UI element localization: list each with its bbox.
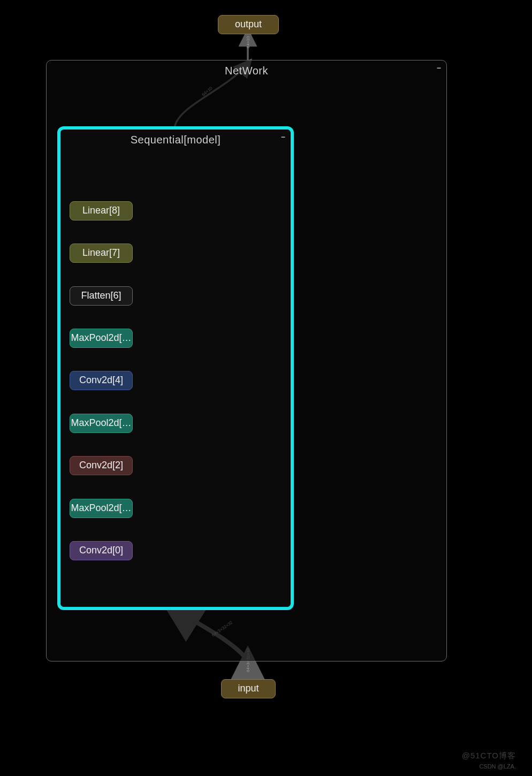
edge-label: 64×10 [246, 36, 250, 48]
node-label: Conv2d[4] [79, 375, 123, 385]
node-label: Conv2d[0] [79, 545, 123, 556]
graph-canvas: 64×10 64×10 64×10 64×64 64×1024 64×64×4×… [0, 0, 532, 776]
node-label: input [238, 683, 259, 694]
node-linear-8[interactable]: Linear[8] [70, 201, 133, 220]
node-maxpool2d-3[interactable]: MaxPool2d[… [70, 414, 133, 433]
panel-network-title: NetWork [47, 60, 446, 77]
node-linear-7[interactable]: Linear[7] [70, 244, 133, 263]
node-input[interactable]: input [221, 679, 276, 698]
node-output[interactable]: output [218, 15, 279, 34]
collapse-icon[interactable]: − [437, 64, 441, 72]
collapse-icon[interactable]: − [281, 133, 285, 141]
node-conv2d-4[interactable]: Conv2d[4] [70, 371, 133, 390]
node-maxpool2d-5[interactable]: MaxPool2d[… [70, 329, 133, 348]
node-label: Conv2d[2] [79, 460, 123, 470]
node-label: MaxPool2d[… [71, 332, 131, 343]
node-conv2d-0[interactable]: Conv2d[0] [70, 541, 133, 560]
node-label: MaxPool2d[… [71, 503, 131, 513]
panel-sequential[interactable]: Sequential[model] − [57, 126, 294, 610]
node-label: Linear[7] [82, 247, 120, 258]
node-label: MaxPool2d[… [71, 417, 131, 428]
node-maxpool2d-1[interactable]: MaxPool2d[… [70, 499, 133, 518]
watermark-csdn: CSDN @LZA. [479, 763, 516, 770]
node-flatten-6[interactable]: Flatten[6] [70, 286, 133, 306]
node-conv2d-2[interactable]: Conv2d[2] [70, 456, 133, 475]
node-label: Flatten[6] [81, 290, 121, 301]
watermark-51cto: @51CTO博客 [462, 751, 516, 761]
panel-sequential-title: Sequential[model] [60, 130, 291, 146]
node-label: Linear[8] [82, 205, 120, 216]
node-label: output [235, 19, 262, 29]
